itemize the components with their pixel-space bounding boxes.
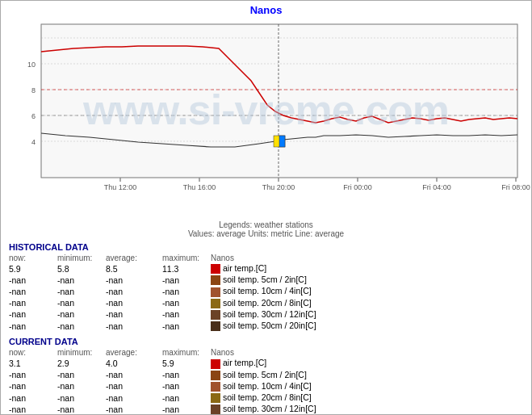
- cell-now: -nan: [9, 370, 57, 381]
- cell-now: -nan: [9, 309, 57, 321]
- current-title: CURRENT DATA: [9, 337, 523, 346]
- table-row: -nan -nan -nan -nan soil temp. 30cm / 12…: [9, 404, 523, 415]
- cell-min: -nan: [57, 321, 106, 332]
- cell-label: soil temp. 5cm / 2in[C]: [211, 370, 523, 381]
- cell-avg: -nan: [106, 309, 162, 321]
- header-min-c: minimum:: [57, 348, 106, 358]
- cell-avg: 4.0: [106, 358, 162, 369]
- app-container: Nanos 4 6 8 10 Thu 12:00 Thu 1: [0, 0, 532, 415]
- table-row: -nan -nan -nan -nan soil temp. 10cm / 4i…: [9, 381, 523, 392]
- svg-text:Thu 12:00: Thu 12:00: [104, 183, 137, 191]
- color-indicator: [211, 405, 220, 414]
- color-indicator: [211, 371, 220, 380]
- cell-label: soil temp. 20cm / 8in[C]: [211, 392, 523, 404]
- svg-text:4: 4: [31, 138, 36, 146]
- cell-label: soil temp. 20cm / 8in[C]: [211, 298, 523, 309]
- cell-label: soil temp. 50cm / 20in[C]: [211, 321, 523, 332]
- table-row: -nan -nan -nan -nan soil temp. 5cm / 2in…: [9, 370, 523, 381]
- cell-now: 3.1: [9, 358, 57, 369]
- legend-text: Legends: weather stations: [1, 220, 531, 229]
- header-now: now:: [9, 254, 57, 263]
- cell-avg: -nan: [106, 381, 162, 392]
- svg-text:Fri 00:00: Fri 00:00: [343, 183, 372, 191]
- svg-rect-27: [279, 136, 285, 147]
- cell-now: -nan: [9, 286, 57, 297]
- cell-label: air temp.[C]: [211, 263, 523, 275]
- cell-avg: 8.5: [106, 263, 162, 275]
- cell-label: soil temp. 10cm / 4in[C]: [211, 381, 523, 392]
- table-row: -nan -nan -nan -nan soil temp. 20cm / 8i…: [9, 392, 523, 404]
- cell-max: -nan: [162, 275, 211, 286]
- chart-svg: 4 6 8 10 Thu 12:00 Thu 16:00 Thu 20:00 F…: [1, 16, 532, 210]
- table-row: 5.9 5.8 8.5 11.3 air temp.[C]: [9, 263, 523, 275]
- cell-now: -nan: [9, 321, 57, 332]
- cell-avg: -nan: [106, 298, 162, 309]
- svg-text:6: 6: [31, 112, 36, 120]
- header-avg-c: average:: [106, 348, 162, 358]
- svg-text:Fri 08:00: Fri 08:00: [501, 183, 530, 191]
- cell-min: 2.9: [57, 358, 106, 369]
- cell-min: -nan: [57, 286, 106, 297]
- color-indicator: [211, 264, 220, 274]
- cell-now: 5.9: [9, 263, 57, 275]
- cell-max: -nan: [162, 309, 211, 321]
- table-row: 3.1 2.9 4.0 5.9 air temp.[C]: [9, 358, 523, 369]
- cell-avg: -nan: [106, 404, 162, 415]
- current-table: now: minimum: average: maximum: Nanos 3.…: [9, 348, 523, 415]
- historical-title: HISTORICAL DATA: [9, 242, 523, 252]
- svg-text:Thu 16:00: Thu 16:00: [183, 183, 216, 191]
- cell-min: -nan: [57, 298, 106, 309]
- cell-now: -nan: [9, 404, 57, 415]
- values-text: Values: average Units: metric Line: aver…: [1, 229, 531, 238]
- cell-min: -nan: [57, 309, 106, 321]
- header-max: maximum:: [162, 254, 211, 263]
- color-indicator: [211, 393, 220, 403]
- table-row: -nan -nan -nan -nan soil temp. 30cm / 12…: [9, 309, 523, 321]
- legend-area: Legends: weather stations Values: averag…: [1, 219, 531, 239]
- cell-label: soil temp. 30cm / 12in[C]: [211, 404, 523, 415]
- cell-label: soil temp. 30cm / 12in[C]: [211, 309, 523, 321]
- color-indicator: [211, 382, 220, 392]
- header-avg: average:: [106, 254, 162, 263]
- cell-avg: -nan: [106, 370, 162, 381]
- historical-header-row: now: minimum: average: maximum: Nanos: [9, 254, 523, 263]
- cell-max: 11.3: [162, 263, 211, 275]
- svg-text:Thu 20:00: Thu 20:00: [262, 183, 295, 191]
- table-row: -nan -nan -nan -nan soil temp. 10cm / 4i…: [9, 286, 523, 297]
- current-header-row: now: minimum: average: maximum: Nanos: [9, 348, 523, 358]
- table-row: -nan -nan -nan -nan soil temp. 20cm / 8i…: [9, 298, 523, 309]
- color-indicator: [211, 299, 220, 308]
- table-row: -nan -nan -nan -nan soil temp. 5cm / 2in…: [9, 275, 523, 286]
- cell-max: -nan: [162, 381, 211, 392]
- header-station-c: Nanos: [211, 348, 523, 358]
- cell-label: soil temp. 10cm / 4in[C]: [211, 286, 523, 297]
- svg-text:8: 8: [31, 86, 36, 94]
- cell-max: -nan: [162, 298, 211, 309]
- historical-section: HISTORICAL DATA now: minimum: average: m…: [1, 239, 531, 333]
- cell-max: -nan: [162, 370, 211, 381]
- table-row: -nan -nan -nan -nan soil temp. 50cm / 20…: [9, 321, 523, 332]
- current-section: CURRENT DATA now: minimum: average: maxi…: [1, 333, 531, 415]
- chart-title: Nanos: [1, 1, 531, 16]
- cell-label: soil temp. 5cm / 2in[C]: [211, 275, 523, 286]
- cell-avg: -nan: [106, 286, 162, 297]
- cell-min: -nan: [57, 381, 106, 392]
- historical-table: now: minimum: average: maximum: Nanos 5.…: [9, 254, 523, 332]
- color-indicator: [211, 321, 220, 331]
- cell-now: -nan: [9, 381, 57, 392]
- cell-max: -nan: [162, 404, 211, 415]
- svg-text:10: 10: [27, 61, 36, 69]
- cell-max: -nan: [162, 392, 211, 404]
- cell-min: 5.8: [57, 263, 106, 275]
- color-indicator: [211, 287, 220, 297]
- cell-avg: -nan: [106, 275, 162, 286]
- cell-now: -nan: [9, 392, 57, 404]
- cell-now: -nan: [9, 275, 57, 286]
- cell-min: -nan: [57, 404, 106, 415]
- color-indicator: [211, 275, 220, 285]
- cell-min: -nan: [57, 275, 106, 286]
- cell-label: air temp.[C]: [211, 358, 523, 369]
- header-station: Nanos: [211, 254, 523, 263]
- cell-min: -nan: [57, 392, 106, 404]
- cell-max: 5.9: [162, 358, 211, 369]
